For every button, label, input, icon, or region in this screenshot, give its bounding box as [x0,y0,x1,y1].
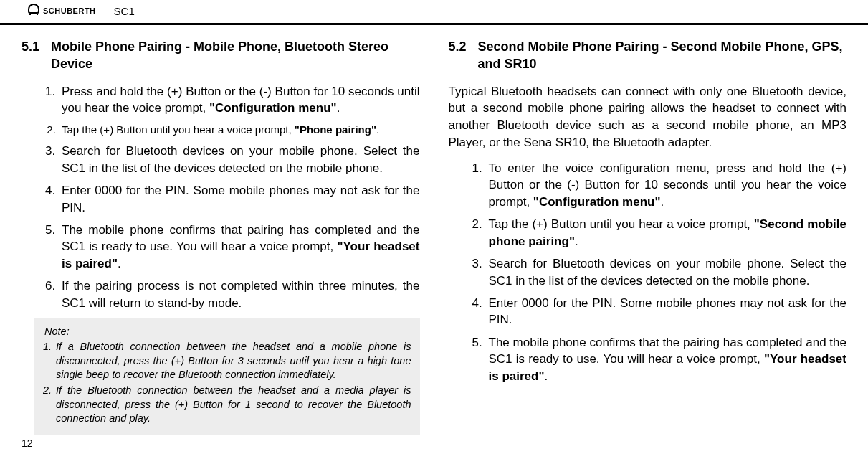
page-content: 5.1 Mobile Phone Pairing - Mobile Phone,… [0,25,868,435]
bold-text: "Configuration menu" [533,195,661,209]
list-item: Search for Bluetooth devices on your mob… [59,143,420,176]
list-item: To enter the voice configuration menu, p… [486,160,847,210]
section-number: 5.2 [449,38,467,73]
bold-text: "Phone pairing" [295,123,376,136]
list-item: The mobile phone confirms that the pairi… [486,334,847,384]
list-item: Enter 0000 for the PIN. Some mobile phon… [486,295,847,328]
list-item: Tap the (+) Button until you hear a voic… [59,123,420,138]
section-5-1-head: 5.1 Mobile Phone Pairing - Mobile Phone,… [22,38,420,73]
bold-text: "Configuration menu" [209,101,337,115]
bold-text: "Second mobile phone pairing" [489,217,846,247]
list-item: Press and hold the (+) Button or the (-)… [59,83,420,117]
page-header: SCHUBERTH SC1 [0,0,868,25]
page-number: 12 [22,437,33,449]
brand-text: SCHUBERTH [43,6,96,15]
note-box: Note: If a Bluetooth connection between … [34,318,420,434]
note-title: Note: [44,326,411,337]
section-title: Mobile Phone Pairing - Mobile Phone, Blu… [51,38,419,73]
section-5-2-head: 5.2 Second Mobile Phone Pairing - Second… [449,38,847,73]
right-column: 5.2 Second Mobile Phone Pairing - Second… [449,38,847,435]
header-divider [105,5,105,16]
left-column: 5.1 Mobile Phone Pairing - Mobile Phone,… [22,38,420,435]
list-item: The mobile phone confirms that pairing h… [59,222,420,272]
section-title: Second Mobile Phone Pairing - Second Mob… [478,38,846,73]
schuberth-icon [26,3,42,19]
list-item: Tap the (+) Button until you hear a voic… [486,216,847,250]
bold-text: "Your headset is paired" [489,352,846,382]
bold-text: "Your headset is paired" [62,240,419,270]
list-item: Search for Bluetooth devices on your mob… [486,255,847,289]
section-number: 5.1 [22,38,39,73]
list-item: If a Bluetooth connection between the he… [54,340,411,382]
list-item: If the Bluetooth connection between the … [54,384,411,426]
list-item: Enter 0000 for the PIN. Some mobile phon… [59,182,420,216]
section-5-2-steps: To enter the voice configuration menu, p… [449,160,847,384]
brand-logo: SCHUBERTH [26,3,96,19]
section-5-1-steps: Press and hold the (+) Button or the (-)… [22,83,420,312]
model-label: SC1 [114,5,135,17]
note-list: If a Bluetooth connection between the he… [44,340,411,425]
list-item: If the pairing process is not completed … [59,278,420,311]
section-5-2-intro: Typical Bluetooth headsets can connect w… [449,83,847,151]
